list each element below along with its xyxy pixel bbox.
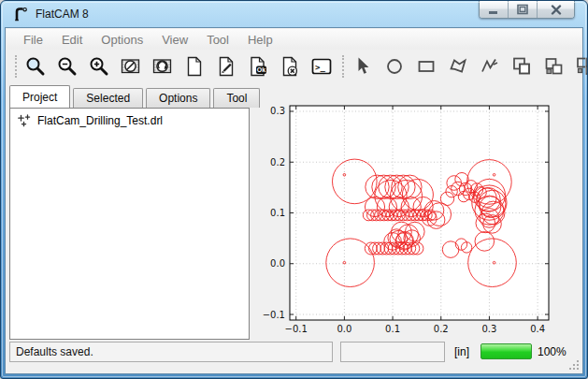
zoom-out-icon [56, 55, 79, 78]
menu-edit[interactable]: Edit [52, 30, 92, 50]
draw-path-button[interactable] [478, 54, 502, 79]
union-objects-button[interactable] [509, 54, 534, 79]
pointer-icon [351, 55, 374, 78]
draw-rectangle-button[interactable] [414, 54, 438, 79]
svg-text:−0.1: −0.1 [263, 310, 285, 320]
close-button[interactable] [538, 1, 574, 18]
menu-options[interactable]: Options [92, 30, 152, 50]
flatcam-window: FlatCAM 8 File Edit Options View [0, 0, 588, 379]
shell-button[interactable]: >_ [309, 54, 334, 79]
edit-pencil-file-icon [215, 55, 237, 78]
svg-text:0.1: 0.1 [270, 208, 285, 218]
status-aux-field [340, 342, 445, 362]
svg-text:0.2: 0.2 [270, 157, 285, 168]
tab-options[interactable]: Options [146, 88, 210, 108]
cancel-edit-button[interactable] [278, 54, 302, 79]
tab-project[interactable]: Project [9, 85, 70, 108]
editor-toolbar-handle[interactable] [342, 55, 344, 78]
tree-item-label: FlatCam_Drilling_Test.drl [37, 114, 163, 127]
svg-text:0.3: 0.3 [270, 106, 285, 116]
tree-item-drill-file[interactable]: FlatCam_Drilling_Test.drl [10, 109, 249, 128]
replot-icon [151, 55, 174, 78]
tab-selected[interactable]: Selected [73, 88, 143, 108]
tab-tool[interactable]: Tool [213, 88, 260, 108]
polygon-icon [447, 55, 469, 78]
window-title: FlatCAM 8 [36, 7, 89, 21]
close-icon [551, 5, 562, 15]
plot-panel: −0.10.00.10.20.30.4−0.10.00.10.20.3 [251, 88, 582, 341]
menu-help[interactable]: Help [238, 30, 282, 50]
svg-text:0.3: 0.3 [481, 324, 496, 334]
shell-terminal-icon: >_ [310, 55, 333, 78]
maximize-icon [517, 4, 528, 15]
ok-glyph: Ok [257, 66, 265, 73]
svg-text:0.1: 0.1 [385, 324, 400, 334]
progress-percent-label: 100% [538, 345, 566, 358]
replot-button[interactable] [151, 54, 175, 79]
move-squares-icon [574, 55, 588, 78]
move-objects-button[interactable] [573, 54, 588, 79]
editor-toolbar [351, 54, 588, 79]
new-file-icon [183, 55, 206, 78]
edit-geometry-button[interactable] [214, 54, 238, 79]
svg-text:0.0: 0.0 [337, 324, 351, 334]
toolbar-handle[interactable] [15, 55, 17, 78]
clear-plot-icon [120, 55, 142, 78]
menu-bar: File Edit Options View Tool Help [7, 29, 581, 50]
menu-file[interactable]: File [14, 30, 52, 50]
copy-squares-icon [542, 55, 565, 78]
svg-text:0.0: 0.0 [270, 258, 285, 269]
units-indicator: [in] [454, 345, 469, 358]
clear-plot-button[interactable] [119, 54, 143, 79]
zoom-in-button[interactable] [87, 54, 111, 79]
polyline-icon [479, 55, 501, 78]
union-squares-icon [510, 55, 533, 78]
flatcam-logo-icon [12, 6, 29, 22]
new-project-button[interactable] [182, 54, 207, 79]
resize-grip[interactable] [568, 359, 580, 371]
update-geometry-button[interactable]: Ok [246, 54, 270, 79]
cancel-file-icon [279, 55, 301, 78]
zoom-out-button[interactable] [55, 54, 79, 79]
maximize-button[interactable] [509, 1, 538, 18]
window-controls [479, 1, 575, 19]
status-message: Defaults saved. [9, 342, 333, 362]
plot-canvas[interactable]: −0.10.00.10.20.30.4−0.10.00.10.20.3 [251, 88, 582, 341]
toolbar: Ok >_ [7, 50, 581, 82]
svg-text:0.2: 0.2 [434, 324, 449, 334]
zoom-in-icon [88, 55, 110, 78]
ok-file-icon: Ok [247, 55, 269, 78]
draw-polygon-button[interactable] [446, 54, 470, 79]
circle-icon [383, 55, 406, 78]
notebook-tabs: Project Selected Options Tool [9, 85, 263, 108]
svg-text:0.4: 0.4 [530, 324, 545, 334]
project-tree-panel[interactable]: FlatCam_Drilling_Test.drl [9, 108, 250, 340]
zoom-fit-button[interactable] [23, 54, 48, 79]
title-bar[interactable]: FlatCAM 8 [1, 1, 587, 27]
select-tool-button[interactable] [351, 54, 375, 79]
shell-glyph: >_ [315, 62, 325, 71]
client-area: File Edit Options View Tool Help [5, 27, 583, 374]
progress-bar [480, 343, 532, 359]
copy-objects-button[interactable] [541, 54, 566, 79]
svg-text:−0.1: −0.1 [285, 324, 308, 334]
drill-points-icon [17, 113, 32, 128]
menu-tool[interactable]: Tool [197, 30, 238, 50]
minimize-icon [488, 4, 499, 15]
zoom-fit-icon [24, 55, 47, 78]
menu-view[interactable]: View [152, 30, 197, 50]
draw-circle-button[interactable] [382, 54, 407, 79]
file-toolbar: Ok >_ [23, 54, 334, 79]
rectangle-icon [415, 55, 437, 78]
minimize-button[interactable] [480, 1, 509, 18]
status-bar: Defaults saved. [in] 100% [7, 339, 581, 372]
